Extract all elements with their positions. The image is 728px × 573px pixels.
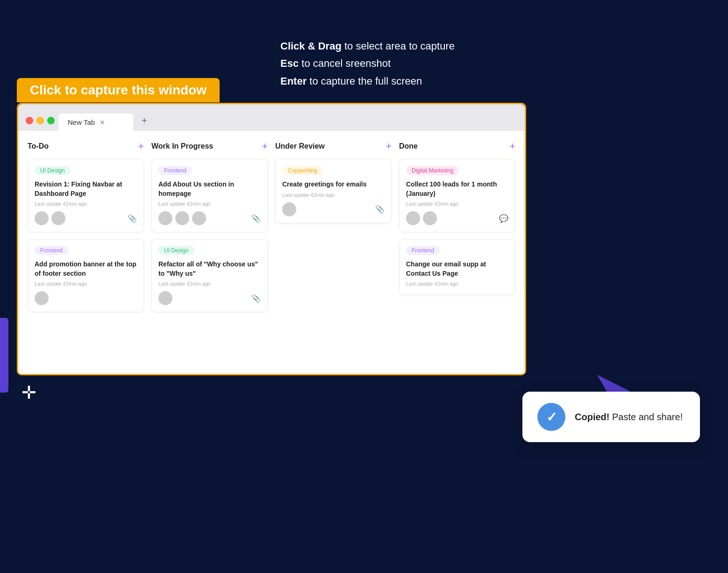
column-todo-title: To-Do	[28, 142, 49, 150]
card-meta-6: Last update 42min ago	[406, 201, 508, 207]
avatar	[423, 211, 437, 225]
column-wip-header: Work In Progress +	[151, 140, 268, 152]
card-todo-2[interactable]: Frontend Add promotion banner at the top…	[28, 239, 144, 312]
tab-active[interactable]: New Tab ✕	[58, 114, 133, 131]
card-footer-4: 📎	[158, 291, 261, 305]
card-title-5: Create greetings for emails	[282, 180, 385, 189]
column-done-header: Done +	[399, 140, 515, 152]
column-done-title: Done	[399, 142, 418, 150]
card-wip-1[interactable]: Frontend Add About Us section in homepag…	[151, 159, 268, 232]
card-tag-ui-design: UI Design	[158, 246, 194, 255]
card-footer-1: 📎	[35, 211, 137, 225]
card-avatars-3	[158, 211, 206, 225]
card-avatars-5	[282, 202, 296, 216]
card-tag-copywriting: Copywriting	[282, 166, 323, 175]
attachment-icon: 📎	[251, 214, 261, 223]
card-footer-2	[35, 291, 137, 305]
card-tag-digital-marketing: Digital Marketing	[406, 166, 459, 175]
card-title-2: Add promotion banner at the top of foote…	[35, 260, 137, 278]
tab-title: New Tab	[68, 118, 95, 126]
card-meta-3: Last update 42min ago	[158, 201, 261, 207]
window-maximize-dot[interactable]	[47, 117, 55, 124]
copied-bold: Copied!	[575, 412, 609, 422]
card-title-3: Add About Us section in homepage	[158, 180, 261, 198]
column-wip-title: Work In Progress	[151, 142, 213, 150]
kanban-board: To-Do + UI Design Revision 1: Fixing Nav…	[18, 131, 525, 374]
card-tag-frontend: Frontend	[406, 246, 440, 255]
attachment-icon: 📎	[251, 294, 261, 303]
avatar	[158, 211, 172, 225]
card-meta-2: Last update 42min ago	[35, 281, 137, 286]
card-title-4: Refactor all of "Why choose us" to "Why …	[158, 260, 261, 278]
column-todo-add[interactable]: +	[138, 140, 144, 152]
card-avatars-2	[35, 291, 49, 305]
avatar	[158, 291, 172, 305]
side-purple-bar	[0, 318, 8, 393]
copied-rest: Paste and share!	[609, 412, 683, 422]
avatar	[35, 211, 49, 225]
card-avatars-6	[406, 211, 437, 225]
window-close-dot[interactable]	[26, 117, 33, 124]
instruction-line-3: Enter to capture the full screen	[280, 72, 455, 90]
card-tag-ui-design: UI Design	[35, 166, 71, 175]
card-footer-3: 📎	[158, 211, 261, 225]
card-done-2-partial[interactable]: Frontend Change our email supp at Contac…	[399, 239, 515, 295]
card-wip-2[interactable]: UI Design Refactor all of "Why choose us…	[151, 239, 268, 312]
attachment-icon: 📎	[375, 205, 385, 214]
card-meta-5: Last update 42min ago	[282, 192, 385, 198]
instruction-line-2: Esc to cancel sreenshot	[280, 55, 455, 72]
window-controls	[26, 117, 55, 131]
column-review: Under Review + Copywriting Create greeti…	[275, 140, 392, 319]
card-tag-frontend: Frontend	[158, 166, 192, 175]
avatar	[35, 291, 49, 305]
copied-check-circle: ✓	[537, 403, 565, 431]
card-title-1: Revision 1: Fixing Navbar at Dashboard P…	[35, 180, 137, 198]
capture-window-label[interactable]: Click to capture this window	[17, 78, 220, 102]
instruction-line-1: Click & Drag to select area to capture	[280, 37, 455, 55]
instructions-overlay: Click & Drag to select area to capture E…	[280, 37, 455, 90]
comment-icon: 💬	[499, 214, 508, 223]
column-done: Done + Digital Marketing Collect 100 lea…	[399, 140, 515, 319]
card-review-1[interactable]: Copywriting Create greetings for emails …	[275, 159, 392, 223]
card-footer-6: 💬	[406, 211, 508, 225]
column-wip-add[interactable]: +	[262, 140, 268, 152]
tab-new-button[interactable]: +	[135, 111, 154, 131]
column-review-header: Under Review +	[275, 140, 392, 152]
tab-close-button[interactable]: ✕	[100, 119, 105, 126]
capture-window[interactable]: Click to capture this window New Tab ✕ +…	[17, 103, 526, 375]
tab-bar: New Tab ✕ +	[58, 111, 154, 131]
card-title-6: Collect 100 leads for 1 month (January)	[406, 180, 508, 198]
card-avatars-4	[158, 291, 172, 305]
card-avatars-1	[35, 211, 65, 225]
crosshair-cursor: ✛	[17, 380, 41, 405]
avatar	[192, 211, 206, 225]
card-todo-1[interactable]: UI Design Revision 1: Fixing Navbar at D…	[28, 159, 144, 232]
card-meta-7: Last update 42min ago	[406, 281, 508, 286]
window-minimize-dot[interactable]	[36, 117, 44, 124]
avatar	[282, 202, 296, 216]
card-footer-5: 📎	[282, 202, 385, 216]
card-done-1[interactable]: Digital Marketing Collect 100 leads for …	[399, 159, 515, 232]
column-review-add[interactable]: +	[385, 140, 392, 152]
card-meta-1: Last update 42min ago	[35, 201, 137, 207]
copied-text: Copied! Paste and share!	[575, 412, 683, 423]
attachment-icon: 📎	[128, 214, 137, 223]
column-wip: Work In Progress + Frontend Add About Us…	[151, 140, 268, 319]
card-meta-4: Last update 42min ago	[158, 281, 261, 286]
card-title-7: Change our email supp at Contact Us Page	[406, 260, 508, 278]
browser-chrome: New Tab ✕ +	[18, 104, 525, 131]
check-icon: ✓	[546, 409, 557, 425]
columns-container: To-Do + UI Design Revision 1: Fixing Nav…	[28, 140, 515, 319]
column-done-add[interactable]: +	[509, 140, 515, 152]
column-todo-header: To-Do +	[28, 140, 144, 152]
avatar	[51, 211, 65, 225]
column-review-title: Under Review	[275, 142, 325, 150]
copied-notification: ✓ Copied! Paste and share!	[522, 392, 700, 442]
avatar	[175, 211, 189, 225]
card-tag-frontend: Frontend	[35, 246, 68, 255]
avatar	[406, 211, 420, 225]
column-todo: To-Do + UI Design Revision 1: Fixing Nav…	[28, 140, 144, 319]
